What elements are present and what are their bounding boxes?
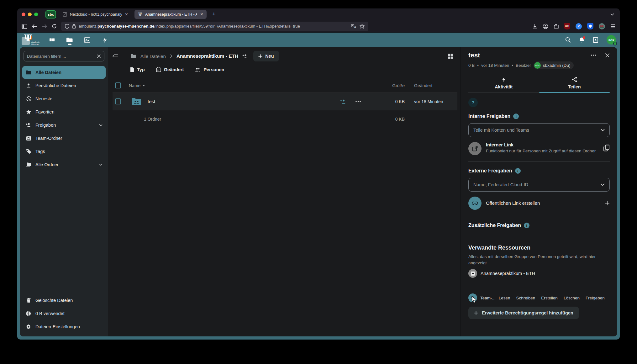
contacts-icon[interactable]: [593, 37, 598, 43]
sidebar-item-shares[interactable]: Freigaben: [22, 119, 106, 131]
bitwarden-icon[interactable]: [587, 23, 593, 29]
sidebar-item-recent[interactable]: Neueste: [22, 92, 106, 105]
sidebar-item-all-folders[interactable]: Alle Ordner: [22, 158, 106, 171]
new-tab-button[interactable]: +: [210, 11, 218, 18]
collapse-sidebar-icon[interactable]: [113, 54, 118, 58]
internal-link-row[interactable]: Interner Link Funktioniert nur für Perso…: [468, 142, 610, 155]
new-button[interactable]: Neu: [253, 51, 279, 61]
column-header-size[interactable]: Größe: [372, 83, 405, 88]
user-avatar[interactable]: sbx: [607, 35, 616, 45]
minimize-window-button[interactable]: [28, 13, 32, 16]
info-icon[interactable]: i: [515, 168, 521, 174]
column-header-modified[interactable]: Geändert: [405, 83, 457, 88]
owner-chip[interactable]: sbx sbxadmin (Du): [534, 61, 574, 69]
reload-button[interactable]: [52, 24, 57, 29]
back-button[interactable]: [32, 24, 37, 29]
tab-close-icon[interactable]: ✕: [125, 12, 128, 17]
filter-chip-modified[interactable]: Geändert: [156, 67, 184, 72]
unified-search-icon[interactable]: [565, 37, 571, 43]
sidebar-item-team-folders[interactable]: Team-Ordner: [22, 132, 106, 145]
filter-chip-people[interactable]: Personen: [195, 67, 224, 72]
create-public-link-label: Öffentlichen Link erstellen: [486, 200, 540, 206]
sidebar-item-files-settings[interactable]: Dateien-Einstellungen: [22, 320, 106, 333]
grid-view-toggle-icon[interactable]: [448, 54, 457, 59]
tab-anamnesepraktikum[interactable]: Ψ Anamnesepraktikum - ETH - All ✕: [134, 10, 207, 19]
close-details-icon[interactable]: [605, 53, 610, 58]
tab-sharing[interactable]: Teilen: [539, 74, 610, 92]
container-tab-sbx[interactable]: sbx: [45, 10, 56, 18]
meta-separator: •: [477, 63, 479, 68]
translate-icon[interactable]: A: [351, 24, 357, 29]
clear-filter-icon[interactable]: [97, 54, 101, 58]
lock-icon[interactable]: [72, 24, 76, 29]
perm-create: Erstellen: [541, 296, 558, 300]
table-row-test-folder[interactable]: test 0 KB vor 18 Minuten: [113, 93, 457, 110]
external-share-select[interactable]: Name, Federated-Cloud-ID: [468, 178, 610, 192]
select-all-checkbox[interactable]: [115, 82, 121, 88]
info-icon[interactable]: i: [513, 113, 519, 119]
activity-app-icon[interactable]: [101, 34, 109, 45]
sidebar-item-deleted-files[interactable]: Gelöschte Dateien: [22, 294, 106, 307]
tab-activity[interactable]: Aktivität: [468, 74, 539, 92]
sidebar-item-favorites[interactable]: Favoriten: [22, 106, 106, 118]
photos-app-icon[interactable]: [83, 34, 91, 45]
chevron-down-icon[interactable]: [99, 164, 103, 166]
akademie-logo[interactable]: Ψ AkademieMünchen: [21, 34, 40, 46]
internal-share-select[interactable]: Teile mit Konten und Teams: [468, 123, 610, 137]
add-advanced-permission-rule-button[interactable]: Erweiterte Berechtigungsregel hinzufügen: [468, 307, 579, 319]
summary-count: 1 Ordner: [113, 117, 340, 122]
create-public-link-row[interactable]: Öffentlichen Link erstellen: [468, 197, 610, 210]
history-clock-icon: [25, 96, 32, 102]
details-tabs: Aktivität Teilen: [468, 74, 610, 93]
sharing-help-button[interactable]: ?: [468, 98, 478, 107]
chevron-down-icon[interactable]: [99, 124, 103, 126]
close-window-button[interactable]: [22, 13, 25, 16]
related-resource-item[interactable]: Anamnesepraktikum - ETH: [468, 269, 610, 278]
address-bar[interactable]: ambulanz.psychoanalyse-muenchen.de/index…: [61, 22, 368, 31]
breadcrumb-root[interactable]: Alle Dateien: [140, 54, 166, 59]
sidebar-item-quota[interactable]: 0 B verwendet: [22, 307, 106, 320]
ublock-origin-icon[interactable]: uO: [564, 23, 570, 29]
info-icon[interactable]: i: [524, 223, 529, 228]
row-actions-menu-icon[interactable]: [355, 101, 361, 102]
share-status-icon[interactable]: [242, 54, 248, 59]
breadcrumb-current[interactable]: Anamnesepraktikum - ETH: [176, 53, 238, 59]
zoom-window-button[interactable]: [34, 13, 38, 16]
tab-close-icon[interactable]: ✕: [200, 12, 203, 17]
filter-chip-type[interactable]: Typ: [130, 67, 145, 72]
menu-hamburger-icon[interactable]: [610, 24, 615, 28]
sidebar-item-personal-files[interactable]: Persönliche Dateien: [22, 79, 106, 92]
dashboard-app-icon[interactable]: [48, 34, 56, 45]
sidebar-item-all-files[interactable]: Alle Dateien: [22, 66, 106, 79]
copy-icon[interactable]: [603, 145, 610, 151]
forward-button[interactable]: [42, 24, 47, 29]
share-person-icon[interactable]: [340, 99, 346, 104]
psi-favicon: Ψ: [138, 12, 143, 17]
sidebar-toggle-icon[interactable]: [22, 24, 27, 29]
divider: [468, 161, 610, 162]
account-icon[interactable]: [543, 24, 548, 29]
column-header-name[interactable]: Name: [129, 83, 140, 88]
filename-filter-input[interactable]: Dateinamen filtern ...: [24, 51, 104, 61]
notifications-bell-icon[interactable]: [579, 37, 585, 43]
nextcloud-page: Ψ AkademieMünchen: [17, 33, 620, 340]
list-tabs-chevron-icon[interactable]: [610, 13, 615, 16]
tab-nextcloud[interactable]: Nextcloud - nc01.psychoanalyse ✕: [59, 10, 131, 19]
files-app-icon[interactable]: [66, 34, 74, 45]
add-public-link-icon[interactable]: [605, 201, 610, 206]
acl-permissions-row[interactable]: Team-... Lesen Schreiben Erstellen Lösch…: [468, 293, 610, 302]
downloads-icon[interactable]: [532, 24, 537, 29]
sidebar-item-tags[interactable]: Tags: [22, 145, 106, 158]
shared-folder-icon: [129, 98, 144, 105]
extensions-puzzle-icon[interactable]: [554, 24, 559, 29]
user-status-dot: [613, 42, 617, 45]
row-checkbox[interactable]: [115, 98, 121, 104]
tracking-shield-icon[interactable]: [65, 24, 69, 29]
bookmark-star-icon[interactable]: [360, 24, 365, 29]
pie-chart-icon: [25, 311, 32, 316]
file-name[interactable]: test: [148, 99, 155, 104]
v-extension-icon[interactable]: V: [576, 23, 582, 29]
mask-extension-icon[interactable]: [599, 23, 605, 29]
details-actions-menu-icon[interactable]: [591, 55, 596, 56]
sidebar-item-label: 0 B verwendet: [35, 311, 65, 316]
